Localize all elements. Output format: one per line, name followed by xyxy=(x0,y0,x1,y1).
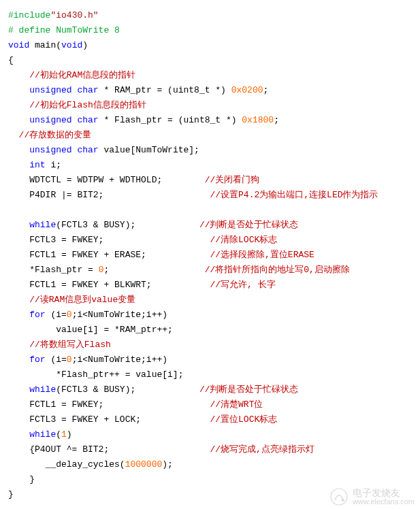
code-line: for (i=0;i<NumToWrite;i++) xyxy=(8,308,412,323)
code-line: while(1) xyxy=(8,427,412,442)
code-line xyxy=(8,203,412,218)
code-line: FCTL1 = FWKEY + ERASE; //选择段擦除,置位ERASE xyxy=(8,248,412,263)
code-line: //存放数据的变量 xyxy=(8,128,412,143)
code-line: while(FCTL3 & BUSY); //判断是否处于忙碌状态 xyxy=(8,382,412,397)
code-line: __delay_cycles(1000000); xyxy=(8,457,412,472)
code-line: # define NumToWrite 8 xyxy=(8,23,412,38)
code-line: FCTL3 = FWKEY + LOCK; //置位LOCK标志 xyxy=(8,412,412,427)
code-line: //初始化RAM信息段的指针 xyxy=(8,68,412,83)
code-line: *Flash_ptr++ = value[i]; xyxy=(8,367,412,382)
code-line: unsigned char * Flash_ptr = (uint8_t *) … xyxy=(8,113,412,128)
code-block: #include"io430.h" # define NumToWrite 8 … xyxy=(8,8,412,502)
code-line: #include"io430.h" xyxy=(8,8,412,23)
code-line: } xyxy=(8,472,412,487)
code-line: WDTCTL = WDTPW + WDTHOLD; //关闭看门狗 xyxy=(8,173,412,188)
code-line: //将数组写入Flash xyxy=(8,338,412,352)
code-line: while(FCTL3 & BUSY); //判断是否处于忙碌状态 xyxy=(8,218,412,233)
code-line: //初始化Flash信息段的指针 xyxy=(8,98,412,113)
code-line: //读RAM信息到value变量 xyxy=(8,293,412,308)
code-line: void main(void) xyxy=(8,38,412,53)
code-line: unsigned char value[NumToWrite]; xyxy=(8,143,412,158)
code-line: P4DIR |= BIT2; //设置P4.2为输出端口,连接LED作为指示 xyxy=(8,188,412,203)
code-line: *Flash_ptr = 0; //将指针所指向的地址写0,启动擦除 xyxy=(8,263,412,278)
code-line: value[i] = *RAM_ptr++; xyxy=(8,323,412,338)
code-line: { xyxy=(8,53,412,68)
code-line: for (i=0;i<NumToWrite;i++) xyxy=(8,352,412,367)
code-line: unsigned char * RAM_ptr = (uint8_t *) 0x… xyxy=(8,83,412,98)
code-line: } xyxy=(8,487,412,502)
code-line: FCTL3 = FWKEY; //清除LOCK标志 xyxy=(8,233,412,248)
code-line: int i; xyxy=(8,158,412,173)
code-line: FCTL1 = FWKEY; //清楚WRT位 xyxy=(8,397,412,412)
code-line: FCTL1 = FWKEY + BLKWRT; //写允许, 长字 xyxy=(8,278,412,293)
code-line: {P4OUT ^= BIT2; //烧写完成,点亮绿指示灯 xyxy=(8,442,412,457)
